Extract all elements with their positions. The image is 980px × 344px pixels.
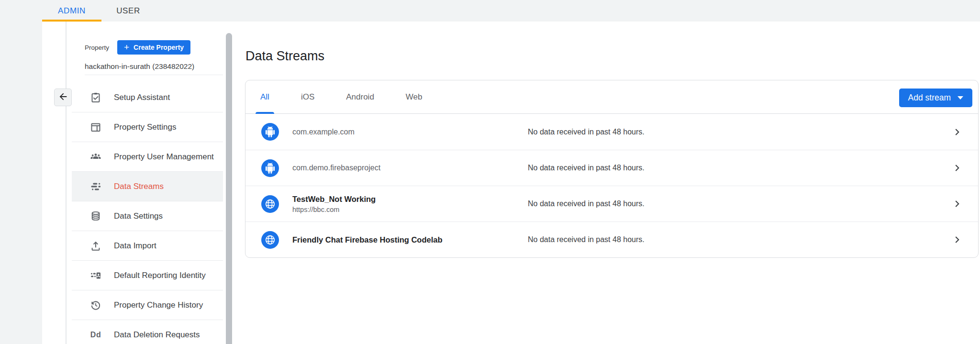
add-stream-button[interactable]: Add stream <box>899 89 972 107</box>
tab-user-label: USER <box>116 6 140 16</box>
upload-icon <box>90 240 101 252</box>
stream-url: https://bbc.com <box>292 206 376 213</box>
identity-icon <box>90 270 101 281</box>
sidebar-item-default-reporting-identity[interactable]: Default Reporting Identity <box>72 261 223 290</box>
property-name: hackathon-in-surath (238482022) <box>85 62 194 71</box>
sidebar-item-label: Property Settings <box>114 122 176 132</box>
android-stream-icon <box>261 159 279 177</box>
back-arrow-icon <box>58 91 68 103</box>
web-stream-icon <box>261 195 279 213</box>
sidebar-item-label: Setup Assistant <box>114 93 170 102</box>
stream-name: TestWeb_Not Working <box>292 195 376 204</box>
create-property-label: Create Property <box>134 44 184 51</box>
stream-row-testweb-not-working[interactable]: TestWeb_Not Workinghttps://bbc.comNo dat… <box>245 186 978 222</box>
sidebar-item-data-deletion-requests[interactable]: DdData Deletion Requests <box>72 320 223 344</box>
collapse-sidebar-button[interactable] <box>54 89 72 106</box>
sidebar-item-label: Data Deletion Requests <box>114 330 200 340</box>
sidebar-item-label: Data Import <box>114 241 156 251</box>
history-icon <box>90 300 101 311</box>
property-settings-icon <box>90 122 101 133</box>
tab-ios[interactable]: iOS <box>301 80 314 114</box>
sidebar-item-data-settings[interactable]: Data Settings <box>72 201 223 231</box>
sidebar-item-label: Data Streams <box>114 182 164 191</box>
plus-icon: + <box>124 43 129 52</box>
stream-status: No data received in past 48 hours. <box>528 200 645 208</box>
stream-text: com.demo.firebaseproject <box>292 164 380 172</box>
stream-row-com-demo-firebaseproject[interactable]: com.demo.firebaseprojectNo data received… <box>245 150 978 186</box>
chevron-right-icon[interactable] <box>952 199 962 209</box>
dd-icon: Dd <box>90 329 101 341</box>
left-gutter <box>0 0 42 344</box>
sidebar-item-property-user-management[interactable]: Property User Management <box>72 142 223 172</box>
active-tab-underline <box>42 20 101 22</box>
page-title: Data Streams <box>245 49 324 64</box>
sidebar-item-setup-assistant[interactable]: Setup Assistant <box>72 83 223 112</box>
stream-type-tabbar: AlliOSAndroidWeb <box>245 80 978 114</box>
sidebar-nav: Setup AssistantProperty SettingsProperty… <box>72 83 223 344</box>
chevron-right-icon[interactable] <box>952 234 962 245</box>
sidebar-item-data-import[interactable]: Data Import <box>72 231 223 261</box>
sidebar-item-property-change-history[interactable]: Property Change History <box>72 290 223 320</box>
stream-status: No data received in past 48 hours. <box>528 235 645 244</box>
sidebar-item-label: Default Reporting Identity <box>114 271 206 280</box>
stream-name: Friendly Chat Firebase Hosting Codelab <box>292 235 443 244</box>
sidebar-scrollbar-thumb[interactable] <box>226 33 232 344</box>
stream-list: com.example.comNo data received in past … <box>245 114 978 257</box>
data-streams-card: AlliOSAndroidWeb Add stream com.example.… <box>245 80 979 258</box>
stream-text: Friendly Chat Firebase Hosting Codelab <box>292 235 443 244</box>
chevron-right-icon[interactable] <box>952 163 962 173</box>
tab-admin-label: ADMIN <box>58 6 86 16</box>
stream-row-friendly-chat-firebase-hosting-codelab[interactable]: Friendly Chat Firebase Hosting CodelabNo… <box>245 222 978 257</box>
stream-name: com.example.com <box>292 128 355 136</box>
data-streams-icon <box>90 181 101 192</box>
tab-admin[interactable]: ADMIN <box>42 0 101 22</box>
sidebar-item-property-settings[interactable]: Property Settings <box>72 112 223 142</box>
sidebar-item-label: Property User Management <box>114 152 214 162</box>
android-stream-icon <box>261 123 279 141</box>
sidebar-border <box>66 22 67 344</box>
tab-all[interactable]: All <box>260 80 269 114</box>
web-stream-icon <box>261 231 279 249</box>
setup-assistant-icon <box>90 92 101 103</box>
property-section-label: Property <box>85 44 109 51</box>
property-divider <box>85 75 223 75</box>
tab-user[interactable]: USER <box>101 0 155 22</box>
create-property-button[interactable]: + Create Property <box>117 40 190 55</box>
tab-android[interactable]: Android <box>346 80 374 114</box>
caret-down-icon <box>958 96 963 100</box>
database-icon <box>90 211 101 222</box>
property-sidebar: Property + Create Property hackathon-in-… <box>66 22 225 344</box>
stream-row-com-example-com[interactable]: com.example.comNo data received in past … <box>245 114 978 150</box>
users-icon <box>90 151 101 163</box>
stream-text: com.example.com <box>292 128 355 136</box>
sidebar-item-label: Property Change History <box>114 300 203 310</box>
stream-name: com.demo.firebaseproject <box>292 164 380 172</box>
stream-text: TestWeb_Not Workinghttps://bbc.com <box>292 195 376 213</box>
sidebar-item-data-streams[interactable]: Data Streams <box>72 172 223 201</box>
add-stream-label: Add stream <box>908 93 951 103</box>
tab-web[interactable]: Web <box>406 80 423 114</box>
chevron-right-icon[interactable] <box>952 127 962 137</box>
sidebar-item-label: Data Settings <box>114 211 163 221</box>
stream-status: No data received in past 48 hours. <box>528 164 645 172</box>
stream-status: No data received in past 48 hours. <box>528 128 645 136</box>
top-tab-bar: ADMIN USER <box>0 0 980 22</box>
